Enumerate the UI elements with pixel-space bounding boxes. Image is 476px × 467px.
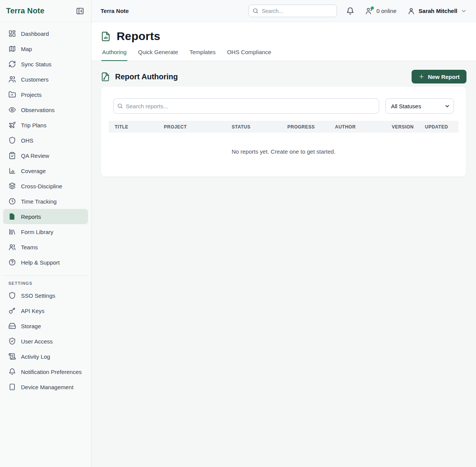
sidebar-item-user-access[interactable]: User Access xyxy=(3,334,88,349)
tab-templates[interactable]: Templates xyxy=(189,49,216,61)
clipboard-check-icon xyxy=(8,152,16,159)
sidebar-item-sso-settings[interactable]: SSO Settings xyxy=(3,288,88,303)
sidebar-item-sync-status[interactable]: Sync Status xyxy=(3,56,88,72)
main-area: Terra Note 0 online Sarah xyxy=(91,0,476,467)
column-header-title: TITLE xyxy=(109,124,158,130)
page-title-row: Reports xyxy=(91,30,476,43)
sidebar-item-help-support[interactable]: Help & Support xyxy=(3,255,88,270)
sidebar-item-projects[interactable]: Projects xyxy=(3,87,88,102)
folder-icon xyxy=(8,91,16,98)
content-area: Report Authoring New Report All Statuses xyxy=(91,61,476,467)
column-header-updated: UPDATED xyxy=(419,124,458,130)
help-circle-icon xyxy=(8,258,16,266)
status-filter: All Statuses xyxy=(385,98,454,114)
sidebar-item-customers[interactable]: Customers xyxy=(3,72,88,87)
topbar-app-title: Terra Note xyxy=(101,8,129,14)
hard-drive-icon xyxy=(8,322,16,330)
sidebar-item-label: Customers xyxy=(21,76,49,83)
dashboard-icon xyxy=(8,30,16,37)
sidebar-header: Terra Note xyxy=(0,0,91,22)
top-bar: Terra Note 0 online Sarah xyxy=(91,0,476,22)
plane-icon xyxy=(8,121,16,129)
online-count-label: 0 online xyxy=(377,8,397,14)
tab-quick-generate[interactable]: Quick Generate xyxy=(137,49,179,61)
sidebar-item-qa-review[interactable]: QA Review xyxy=(3,148,88,163)
topbar-actions: 0 online Sarah Mitchell xyxy=(346,7,467,15)
sidebar-item-coverage[interactable]: Coverage xyxy=(3,163,88,178)
section-title: Report Authoring xyxy=(115,72,178,81)
user-menu[interactable]: Sarah Mitchell xyxy=(407,7,467,15)
file-icon xyxy=(8,213,16,220)
sidebar-item-teams[interactable]: Teams xyxy=(3,239,88,255)
bell-icon xyxy=(346,7,354,15)
column-header-author: AUTHOR xyxy=(329,124,386,130)
sidebar-item-label: Storage xyxy=(21,323,41,329)
tab-authoring[interactable]: Authoring xyxy=(101,49,127,61)
sidebar-item-label: Teams xyxy=(21,244,38,250)
sidebar-item-map[interactable]: Map xyxy=(3,41,88,56)
sidebar-item-notification-preferences[interactable]: Notification Preferences xyxy=(3,364,88,379)
column-header-project: PROJECT xyxy=(158,124,226,130)
sidebar-item-label: Dashboard xyxy=(21,30,49,37)
sidebar-item-time-tracking[interactable]: Time Tracking xyxy=(3,194,88,209)
sidebar-item-label: Map xyxy=(21,46,32,52)
sidebar-item-trip-plans[interactable]: Trip Plans xyxy=(3,117,88,133)
sidebar-item-label: Activity Log xyxy=(21,353,50,360)
file-chart-icon xyxy=(101,31,111,42)
reports-table: TITLE PROJECT STATUS PROGRESS AUTHOR VER… xyxy=(109,121,458,177)
user-icon xyxy=(407,7,415,15)
shield-icon xyxy=(8,136,16,144)
sidebar-item-label: Observations xyxy=(21,107,54,113)
sidebar-item-label: SSO Settings xyxy=(21,292,55,299)
sidebar-item-label: Form Library xyxy=(21,229,53,235)
tablet-icon xyxy=(8,383,16,391)
shield-icon xyxy=(8,292,16,299)
reports-search-input[interactable] xyxy=(113,98,379,114)
tab-ohs-compliance[interactable]: OHS Compliance xyxy=(226,49,272,61)
sidebar-item-label: Reports xyxy=(21,213,41,220)
chevron-down-icon xyxy=(461,8,467,14)
plus-icon xyxy=(418,74,425,80)
status-filter-select[interactable]: All Statuses xyxy=(385,98,454,114)
sidebar-item-observations[interactable]: Observations xyxy=(3,102,88,117)
new-report-button-label: New Report xyxy=(428,74,460,80)
sidebar-item-cross-discipline[interactable]: Cross-Discipline xyxy=(3,178,88,194)
sidebar-collapse-button[interactable] xyxy=(75,6,85,16)
sidebar-item-label: Coverage xyxy=(21,168,46,174)
reports-toolbar: All Statuses xyxy=(101,87,466,114)
sidebar-item-label: Help & Support xyxy=(21,259,60,266)
panel-collapse-icon xyxy=(76,7,84,15)
settings-section-label: SETTINGS xyxy=(0,276,91,288)
bar-chart-icon xyxy=(8,167,16,175)
eye-icon xyxy=(8,106,16,114)
section-title-group: Report Authoring xyxy=(101,72,178,82)
sidebar-item-label: Trip Plans xyxy=(21,122,46,128)
sidebar-item-label: OHS xyxy=(21,137,34,144)
sidebar-item-label: Projects xyxy=(21,91,42,98)
sidebar-item-form-library[interactable]: Form Library xyxy=(3,224,88,239)
section-header: Report Authoring New Report xyxy=(101,70,466,83)
column-header-status: STATUS xyxy=(226,124,281,130)
sidebar-item-reports[interactable]: Reports xyxy=(3,209,88,224)
clock-icon xyxy=(8,197,16,205)
global-search xyxy=(248,5,337,17)
sidebar-item-storage[interactable]: Storage xyxy=(3,318,88,334)
sidebar-item-label: QA Review xyxy=(21,152,49,159)
reports-search xyxy=(113,98,379,114)
sidebar-item-activity-log[interactable]: Activity Log xyxy=(3,349,88,364)
library-icon xyxy=(8,228,16,236)
column-header-version: VERSION xyxy=(386,124,419,130)
sidebar-item-dashboard[interactable]: Dashboard xyxy=(3,26,88,41)
search-icon xyxy=(117,103,123,109)
bell-icon xyxy=(8,368,16,376)
sidebar-item-api-keys[interactable]: API Keys xyxy=(3,303,88,318)
sidebar-item-device-management[interactable]: Device Management xyxy=(3,379,88,395)
reports-table-header: TITLE PROJECT STATUS PROGRESS AUTHOR VER… xyxy=(109,121,458,133)
page-title: Reports xyxy=(117,30,160,43)
global-search-input[interactable] xyxy=(248,5,337,17)
new-report-button[interactable]: New Report xyxy=(412,70,466,83)
online-users-icon xyxy=(365,7,373,15)
sidebar-item-ohs[interactable]: OHS xyxy=(3,133,88,148)
notifications-button[interactable] xyxy=(346,7,354,15)
sidebar-item-label: Sync Status xyxy=(21,61,51,67)
